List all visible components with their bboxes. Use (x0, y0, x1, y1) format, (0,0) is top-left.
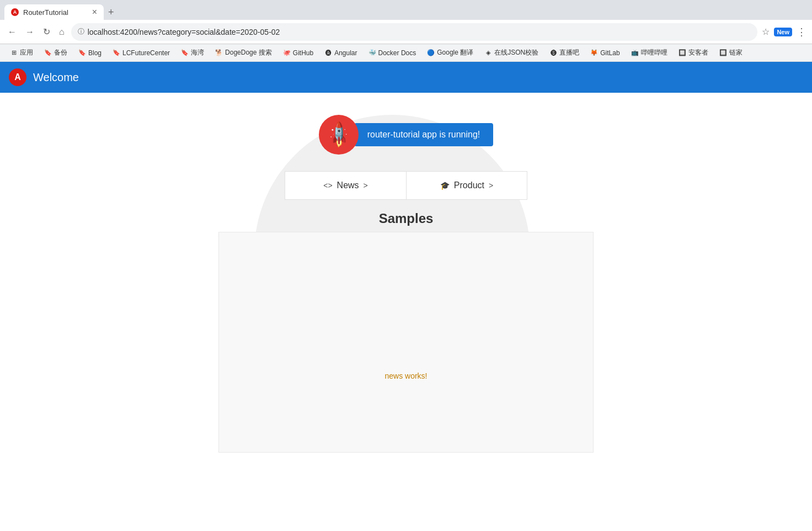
bookmark-github[interactable]: 🐙 GitHub (279, 48, 318, 58)
nav-links: <> News > 🎓 Product > (285, 171, 527, 200)
content-center: 🚀 router-tutorial app is running! <> New… (0, 115, 812, 453)
bookmark-dogedoge-label: DogeDoge 搜索 (225, 48, 272, 57)
bookmark-blog-label: Blog (88, 49, 101, 57)
bookmark-backup-label: 备份 (54, 48, 67, 57)
news-link-label: News (337, 180, 359, 190)
angular-logo: A (9, 68, 26, 86)
bookmark-blog[interactable]: 🔖 Blog (74, 48, 106, 58)
rocket-icon: 🚀 (323, 119, 354, 150)
bookmark-docker[interactable]: 🐳 Docker Docs (364, 48, 421, 58)
address-bar: ← → ↻ ⌂ ⓘ localhost:4200/news?category=s… (0, 20, 812, 44)
bookmark-backup[interactable]: 🔖 备份 (40, 47, 72, 59)
blog-icon: 🔖 (78, 49, 86, 57)
bookmark-google-translate-label: Google 翻译 (437, 48, 473, 57)
haimen-icon: 🔖 (181, 49, 189, 57)
browser-menu-button[interactable]: ⋮ (797, 26, 806, 38)
dogedoge-icon: 🐕 (215, 49, 223, 57)
rocket-text-box: router-tutorial app is running! (354, 123, 494, 146)
github-icon: 🐙 (283, 49, 291, 57)
bookmark-bilibili[interactable]: 📺 哔哩哔哩 (627, 47, 672, 59)
lc-icon: 🔖 (113, 49, 120, 57)
rocket-circle: 🚀 (319, 115, 359, 155)
json-icon: ◈ (484, 49, 492, 57)
url-text: localhost:4200/news?category=social&date… (88, 28, 751, 36)
product-arrow-icon: > (489, 181, 493, 190)
url-bar[interactable]: ⓘ localhost:4200/news?category=social&da… (71, 23, 758, 41)
active-tab[interactable]: A RouterTutorial × (4, 4, 104, 20)
banner-text: router-tutorial app is running! (367, 130, 480, 139)
bookmark-lianjia[interactable]: 🔲 链家 (715, 47, 747, 59)
bookmark-star-button[interactable]: ☆ (762, 26, 770, 37)
angular-icon: 🅐 (324, 49, 332, 57)
bookmark-json[interactable]: ◈ 在线JSON校验 (480, 47, 543, 59)
app-title: Welcome (33, 71, 79, 84)
bookmark-angular[interactable]: 🅐 Angular (320, 48, 361, 58)
bookmark-anke-label: 安客者 (688, 48, 708, 57)
apps-icon: ⊞ (10, 49, 18, 57)
product-link-label: Product (454, 180, 484, 190)
bookmark-gitlab[interactable]: 🦊 GitLab (586, 48, 624, 58)
bookmark-apps[interactable]: ⊞ 应用 (6, 47, 38, 59)
bookmark-anke[interactable]: 🔲 安客者 (674, 47, 713, 59)
lock-icon: ⓘ (78, 27, 84, 36)
bookmark-gitlab-label: GitLab (600, 49, 619, 57)
anke-icon: 🔲 (679, 49, 686, 57)
bookmark-apps-label: 应用 (20, 48, 33, 57)
bookmark-lc-label: LCFutureCenter (122, 49, 170, 57)
bilibili-icon: 📺 (631, 49, 639, 57)
forward-button[interactable]: → (23, 25, 36, 39)
bookmark-angular-label: Angular (334, 49, 357, 57)
bookmark-google-translate[interactable]: 🔵 Google 翻译 (423, 47, 478, 59)
tab-close-button[interactable]: × (92, 8, 97, 17)
logo-letter: A (14, 72, 21, 82)
tab-title: RouterTutorial (23, 8, 88, 17)
app-body: 🚀 router-tutorial app is running! <> New… (0, 93, 812, 531)
product-nav-link[interactable]: 🎓 Product > (406, 171, 527, 200)
bookmark-github-label: GitHub (293, 49, 313, 57)
app-header: A Welcome (0, 62, 812, 93)
home-button[interactable]: ⌂ (57, 25, 67, 39)
browser-chrome: A RouterTutorial × + ← → ↻ ⌂ ⓘ localhost… (0, 0, 812, 62)
bookmark-zhiboba[interactable]: 🅢 直播吧 (545, 47, 584, 59)
back-button[interactable]: ← (6, 25, 19, 39)
bookmark-json-label: 在线JSON校验 (494, 48, 538, 57)
bookmark-docker-label: Docker Docs (378, 49, 416, 57)
docker-icon: 🐳 (368, 49, 376, 57)
samples-box: news works! (218, 232, 594, 453)
gitlab-icon: 🦊 (590, 49, 598, 57)
extension-new-button[interactable]: New (774, 28, 792, 36)
refresh-button[interactable]: ↻ (41, 24, 52, 39)
news-nav-link[interactable]: <> News > (285, 171, 406, 200)
tab-favicon: A (11, 8, 19, 16)
google-translate-icon: 🔵 (427, 49, 435, 57)
news-arrow-icon: > (364, 181, 368, 190)
zhiboba-icon: 🅢 (549, 49, 557, 57)
bookmark-haimen-label: 海湾 (191, 48, 204, 57)
bookmark-bilibili-label: 哔哩哔哩 (641, 48, 667, 57)
lianjia-icon: 🔲 (719, 49, 727, 57)
news-code-icon: <> (323, 181, 332, 190)
bookmark-lc[interactable]: 🔖 LCFutureCenter (108, 48, 174, 58)
product-graduation-icon: 🎓 (440, 181, 450, 190)
bookmark-zhiboba-label: 直播吧 (559, 48, 579, 57)
samples-content: news works! (384, 371, 427, 380)
bookmark-dogedoge[interactable]: 🐕 DogeDoge 搜索 (211, 47, 276, 59)
rocket-banner: 🚀 router-tutorial app is running! (319, 115, 494, 155)
tab-bar: A RouterTutorial × + (0, 0, 812, 20)
new-tab-button[interactable]: + (108, 7, 114, 18)
bookmarks-bar: ⊞ 应用 🔖 备份 🔖 Blog 🔖 LCFutureCenter 🔖 海湾 🐕… (0, 44, 812, 62)
samples-title: Samples (379, 211, 434, 226)
bookmark-lianjia-label: 链家 (729, 48, 742, 57)
backup-icon: 🔖 (44, 49, 52, 57)
bookmark-haimen[interactable]: 🔖 海湾 (177, 47, 209, 59)
